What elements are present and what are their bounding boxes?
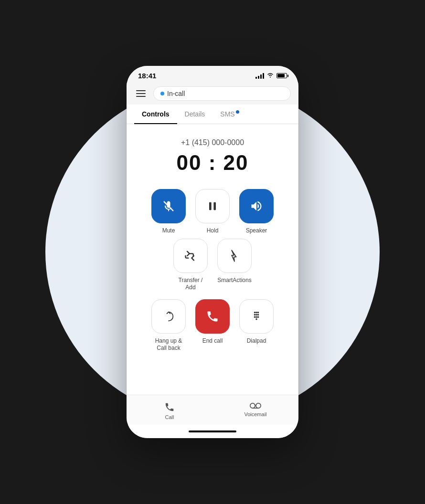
home-indicator	[127, 425, 298, 438]
controls-row-3: Hang up &Call back End call	[134, 299, 291, 352]
dialpad-button[interactable]	[239, 299, 274, 334]
svg-point-11	[257, 316, 259, 318]
hold-control[interactable]: Hold	[195, 189, 230, 235]
svg-point-7	[255, 314, 257, 316]
svg-point-4	[255, 312, 257, 314]
call-nav-icon	[164, 402, 175, 412]
status-icons	[255, 72, 287, 79]
home-bar	[189, 430, 236, 432]
wifi-icon	[266, 72, 274, 79]
mute-icon	[162, 200, 175, 213]
voicemail-nav-label: Voicemail	[244, 411, 266, 417]
controls-row-2: Transfer /Add SmartActions	[134, 239, 291, 292]
battery-icon	[276, 73, 287, 78]
smartactions-icon	[228, 249, 241, 262]
transfer-icon	[184, 249, 197, 262]
hold-icon	[206, 200, 219, 213]
signal-icon	[255, 73, 264, 79]
speaker-icon	[250, 200, 263, 213]
svg-point-12	[255, 318, 257, 320]
svg-rect-1	[209, 202, 212, 210]
hangup-control[interactable]: Hang up &Call back	[151, 299, 186, 352]
speaker-control[interactable]: Speaker	[239, 189, 274, 235]
endcall-control[interactable]: End call	[195, 299, 230, 352]
transfer-button[interactable]	[173, 239, 208, 273]
end-call-icon	[206, 310, 219, 323]
nav-call[interactable]: Call	[127, 400, 212, 422]
mute-label: Mute	[162, 227, 175, 235]
smartactions-label: SmartActions	[217, 277, 251, 284]
dialpad-label: Dialpad	[247, 337, 266, 345]
status-bar: 18:41	[127, 66, 298, 83]
sms-badge	[236, 110, 239, 114]
phone-number: +1 (415) 000-0000	[181, 138, 244, 147]
smartactions-button[interactable]	[217, 239, 252, 273]
transfer-control[interactable]: Transfer /Add	[173, 239, 208, 292]
tab-controls[interactable]: Controls	[134, 105, 177, 124]
scene: 18:41	[0, 0, 425, 504]
end-call-button[interactable]	[195, 299, 230, 334]
dialpad-control[interactable]: Dialpad	[239, 299, 274, 352]
hold-label: Hold	[207, 227, 219, 235]
call-timer: 00 : 20	[177, 151, 249, 175]
speaker-label: Speaker	[246, 227, 267, 235]
tab-details[interactable]: Details	[177, 105, 213, 124]
nav-voicemail[interactable]: Voicemail	[212, 400, 298, 422]
hangup-icon	[162, 310, 175, 323]
svg-point-13	[250, 403, 255, 408]
controls-grid: Mute Hold	[134, 189, 291, 352]
tabs: Controls Details SMS	[127, 105, 298, 124]
svg-point-14	[256, 403, 261, 408]
mute-button[interactable]	[151, 189, 186, 223]
voicemail-nav-icon	[250, 402, 261, 410]
bottom-nav: Call Voicemail	[127, 395, 298, 425]
transfer-label: Transfer /Add	[179, 277, 203, 292]
hold-button[interactable]	[195, 189, 230, 223]
end-call-label: End call	[202, 337, 223, 345]
hangup-label: Hang up &Call back	[155, 337, 182, 352]
svg-rect-2	[213, 202, 216, 210]
svg-point-3	[254, 312, 256, 314]
svg-point-6	[254, 314, 256, 316]
in-call-label: In-call	[167, 90, 185, 97]
svg-point-10	[255, 316, 257, 318]
main-content: +1 (415) 000-0000 00 : 20 Mute	[127, 124, 298, 395]
mute-control[interactable]: Mute	[151, 189, 186, 235]
smartactions-control[interactable]: SmartActions	[217, 239, 252, 292]
status-time: 18:41	[138, 72, 156, 80]
tab-sms[interactable]: SMS	[212, 105, 246, 124]
speaker-button[interactable]	[239, 189, 274, 223]
phone-frame: 18:41	[127, 66, 298, 438]
in-call-status-dot	[160, 92, 164, 95]
controls-row-1: Mute Hold	[134, 189, 291, 235]
hamburger-menu-icon[interactable]	[134, 88, 148, 99]
top-bar: In-call	[127, 83, 298, 105]
svg-point-5	[257, 312, 259, 314]
hangup-button[interactable]	[151, 299, 186, 334]
in-call-badge: In-call	[153, 86, 291, 101]
call-nav-label: Call	[165, 414, 174, 420]
svg-point-8	[257, 314, 259, 316]
dialpad-icon	[250, 310, 263, 323]
svg-point-9	[254, 316, 256, 318]
